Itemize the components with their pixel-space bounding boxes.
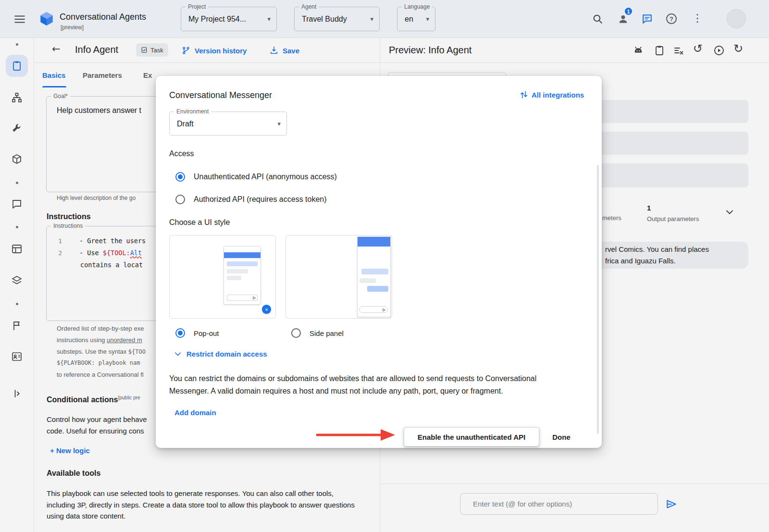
- radio-popout[interactable]: [175, 328, 185, 338]
- mock-bubble: [361, 269, 388, 274]
- mock-input: [227, 295, 258, 301]
- dialog-title: Conversational Messenger: [169, 90, 272, 100]
- done-button[interactable]: Done: [543, 427, 580, 446]
- add-domain-link[interactable]: Add domain: [174, 408, 216, 417]
- access-section-label: Access: [169, 149, 194, 158]
- popout-mock-window: [223, 246, 261, 305]
- ui-style-label: Choose a UI style: [169, 218, 230, 227]
- mock-bubble: [227, 276, 241, 280]
- mock-input: [359, 306, 388, 313]
- restrict-domain-access-toggle[interactable]: Restrict domain access: [174, 350, 267, 358]
- restrict-domain-description: You can restrict the domains or subdomai…: [169, 372, 559, 397]
- popout-style-card[interactable]: ×: [169, 235, 276, 319]
- screen: Conversational Agents [preview] Project …: [0, 0, 769, 532]
- tutorial-arrow: [314, 427, 397, 443]
- radio-authorized-api[interactable]: [175, 195, 185, 204]
- sidepanel-mock-panel: [357, 236, 391, 317]
- radio-sidepanel[interactable]: [291, 328, 301, 338]
- conversational-messenger-dialog: Conversational Messenger All integration…: [156, 76, 602, 448]
- radio-authorized-api-label[interactable]: Authorized API (requires access token): [194, 195, 327, 204]
- mock-close-chat-badge: ×: [262, 305, 271, 314]
- enable-unauthenticated-api-button[interactable]: Enable the unauthenticated API: [404, 427, 539, 446]
- all-integrations-link[interactable]: All integrations: [519, 90, 584, 99]
- mock-bubble: [360, 278, 376, 283]
- radio-popout-label[interactable]: Pop-out: [194, 329, 219, 337]
- mock-bubble: [367, 286, 388, 292]
- mock-bubble: [227, 261, 258, 266]
- modal-scrollbar[interactable]: [597, 165, 599, 434]
- integrations-icon: [519, 90, 529, 99]
- radio-sidepanel-label[interactable]: Side panel: [310, 329, 344, 337]
- environment-select-value: Draft: [177, 120, 194, 128]
- mock-bubble: [227, 269, 248, 273]
- mock-header-bar: [224, 252, 260, 258]
- chevron-down-icon: ▾: [277, 120, 281, 127]
- radio-unauthenticated-api-label[interactable]: Unauthenticated API (anonymous access): [194, 173, 337, 181]
- sidepanel-style-card[interactable]: [285, 235, 392, 319]
- radio-unauthenticated-api[interactable]: [175, 172, 185, 182]
- chevron-down-icon: [174, 350, 182, 358]
- mock-header-bar: [358, 237, 390, 247]
- environment-select[interactable]: Environment Draft ▾: [169, 111, 287, 136]
- environment-select-label: Environment: [174, 109, 211, 115]
